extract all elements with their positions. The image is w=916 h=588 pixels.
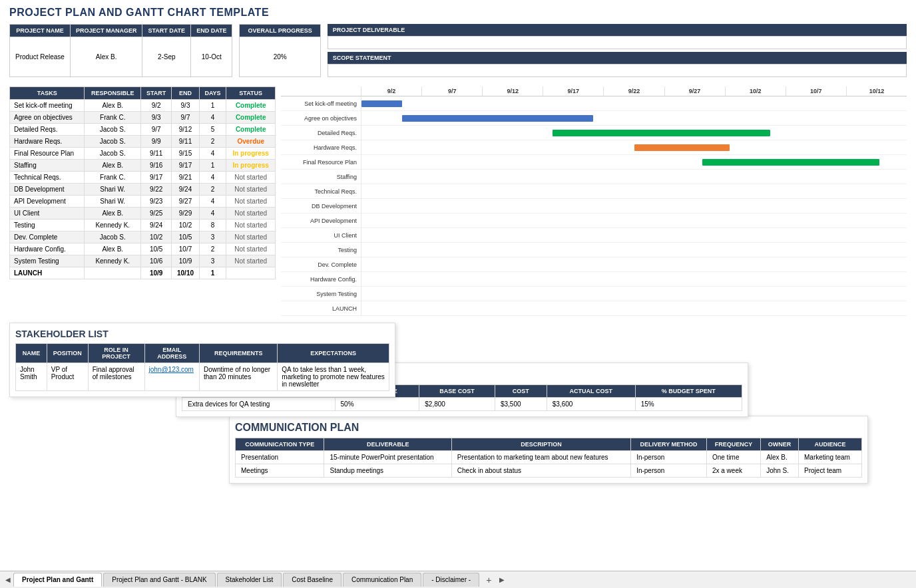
bottom-sheets: STAKEHOLDER LIST NAMEPOSITIONROLE IN PRO… — [9, 323, 907, 522]
gantt-row: System Testing — [281, 287, 907, 301]
gantt-row-label: System Testing — [281, 291, 361, 297]
gantt-row-bars — [361, 111, 907, 126]
table-row: Extra devices for QA testing50%$2,800$3,… — [182, 398, 742, 411]
gantt-row: Testing — [281, 243, 907, 257]
task-cell-14-3: 10/10 — [172, 267, 200, 279]
overall-progress-table: OVERALL PROGRESS 20% — [239, 24, 320, 77]
gantt-row-label: Hardware Reqs. — [281, 144, 361, 151]
task-cell-8-1: Shari W. — [85, 196, 141, 208]
task-cell-8-0: API Development — [10, 196, 85, 208]
task-cell-7-0: DB Development — [10, 184, 85, 196]
gantt-row-bars — [361, 228, 907, 243]
comm-cell-6: Project team — [799, 464, 862, 478]
gantt-date-label: 10/12 — [846, 86, 907, 96]
stakeholder-col: EMAIL ADDRESS — [144, 344, 199, 363]
cost-cell-1: 50% — [335, 398, 419, 411]
gantt-row-label: Dev. Complete — [281, 261, 361, 268]
gantt-row-label: Detailed Reqs. — [281, 130, 361, 136]
gantt-row-bars — [361, 199, 907, 214]
deliverable-body — [328, 36, 907, 49]
stakeholder-table: NAMEPOSITIONROLE IN PROJECTEMAIL ADDRESS… — [15, 343, 389, 391]
table-row: MeetingsStandup meetingsCheck in about s… — [236, 464, 862, 478]
project-header: PROJECT NAME PROJECT MANAGER START DATE … — [9, 24, 907, 77]
gantt-row-bars — [361, 126, 907, 140]
overall-progress-label: OVERALL PROGRESS — [240, 25, 320, 37]
cost-cell-0: Extra devices for QA testing — [182, 398, 336, 411]
task-cell-3-5: Overdue — [226, 136, 276, 148]
task-cell-11-2: 10/2 — [141, 231, 172, 243]
task-cell-13-0: System Testing — [10, 255, 85, 267]
task-cell-2-5: Complete — [226, 124, 276, 136]
table-row: John SmithVP of ProductFinal approval of… — [16, 363, 389, 391]
comm-table: COMMUNICATION TYPEDELIVERABLEDESCRIPTION… — [235, 438, 862, 478]
task-cell-14-2: 10/9 — [141, 267, 172, 279]
gantt-row: Hardware Reqs. — [281, 140, 907, 155]
email-link[interactable]: john@123.com — [149, 366, 194, 373]
comm-cell-1: Standup meetings — [324, 464, 451, 478]
cost-cell-3: $3,500 — [495, 398, 547, 411]
stakeholder-cell-0: John Smith — [16, 363, 47, 391]
gantt-row-bars — [361, 287, 907, 301]
task-cell-7-5: Not started — [226, 184, 276, 196]
task-cell-7-4: 2 — [199, 184, 226, 196]
task-cell-12-4: 2 — [199, 243, 226, 255]
gantt-row-bars — [361, 301, 907, 316]
task-cell-8-5: Not started — [226, 196, 276, 208]
project-info-table: PROJECT NAME PROJECT MANAGER START DATE … — [9, 24, 232, 77]
task-cell-10-4: 8 — [199, 220, 226, 231]
tasks-col-tasks: TASKS — [10, 87, 85, 100]
tasks-col-end: END — [172, 87, 200, 100]
stakeholder-col: EXPECTATIONS — [278, 344, 389, 363]
task-cell-6-2: 9/17 — [141, 172, 172, 184]
gantt-row: Set kick-off meeting — [281, 96, 907, 111]
gantt-row-bars — [361, 214, 907, 228]
task-cell-6-1: Frank C. — [85, 172, 141, 184]
gantt-row: Detailed Reqs. — [281, 126, 907, 140]
col-project-manager: PROJECT MANAGER — [70, 25, 142, 37]
gantt-row: Staffing — [281, 170, 907, 184]
comm-cell-1: 15-minute PowerPoint presentation — [324, 451, 451, 464]
end-date-value: 10-Oct — [191, 37, 232, 77]
task-cell-3-1: Jacob S. — [85, 136, 141, 148]
task-cell-0-3: 9/3 — [172, 100, 200, 112]
task-cell-9-4: 4 — [199, 208, 226, 220]
gantt-row-label: Technical Reqs. — [281, 188, 361, 195]
gantt-date-label: 10/2 — [725, 86, 786, 96]
bottom-area: STAKEHOLDER LIST NAMEPOSITIONROLE IN PRO… — [9, 323, 907, 522]
task-cell-12-5: Not started — [226, 243, 276, 255]
table-row: Hardware Config.Alex B.10/510/72Not star… — [10, 243, 276, 255]
cost-col: COST — [495, 385, 547, 398]
gantt-row-label: API Development — [281, 218, 361, 224]
table-row: Agree on objectivesFrank C.9/39/74Comple… — [10, 112, 276, 124]
gantt-row-bars — [361, 155, 907, 170]
gantt-row-label: LAUNCH — [281, 305, 361, 312]
gantt-bar — [634, 144, 730, 151]
gantt-row: API Development — [281, 214, 907, 228]
comm-col: COMMUNICATION TYPE — [236, 438, 324, 451]
task-cell-2-0: Detailed Reqs. — [10, 124, 85, 136]
comm-cell-2: Presentation to marketing team about new… — [451, 451, 630, 464]
task-cell-12-2: 10/5 — [141, 243, 172, 255]
task-cell-9-0: UI Client — [10, 208, 85, 220]
comm-title: COMMUNICATION PLAN — [235, 422, 862, 434]
task-cell-12-0: Hardware Config. — [10, 243, 85, 255]
table-row: LAUNCH10/910/101 — [10, 267, 276, 279]
gantt-row: Agree on objectives — [281, 111, 907, 126]
stakeholder-cell-5: QA to take less than 1 week, marketing t… — [278, 363, 389, 391]
comm-cell-0: Meetings — [236, 464, 324, 478]
table-row: DB DevelopmentShari W.9/229/242Not start… — [10, 184, 276, 196]
table-row: TestingKennedy K.9/2410/28Not started — [10, 220, 276, 231]
task-cell-6-5: Not started — [226, 172, 276, 184]
project-manager-value: Alex B. — [70, 37, 142, 77]
task-cell-11-5: Not started — [226, 231, 276, 243]
scope-body — [328, 64, 907, 77]
col-project-name: PROJECT NAME — [10, 25, 71, 37]
task-cell-6-3: 9/21 — [172, 172, 200, 184]
gantt-row: LAUNCH — [281, 301, 907, 316]
comm-col: DELIVERY METHOD — [631, 438, 707, 451]
table-row: System TestingKennedy K.10/610/93Not sta… — [10, 255, 276, 267]
task-cell-5-4: 1 — [199, 160, 226, 172]
task-cell-9-5: Not started — [226, 208, 276, 220]
table-row: Set kick-off meetingAlex B.9/29/31Comple… — [10, 100, 276, 112]
task-cell-4-5: In progress — [226, 148, 276, 160]
